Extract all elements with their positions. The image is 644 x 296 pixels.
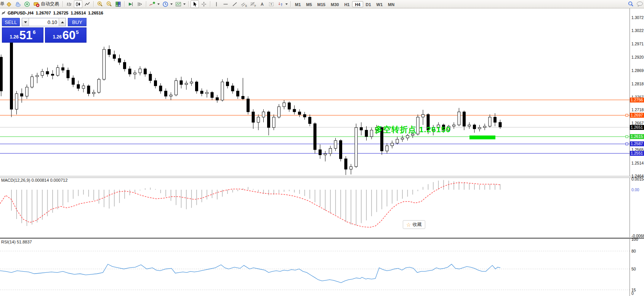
toolbar-separator [290,1,291,7]
new-chart-icon[interactable] [5,0,13,8]
lot-decrease-button[interactable] [22,18,29,26]
mt4-window: 单 自动交易 E F A T [0,0,644,296]
quote-open: 1.26707 [36,11,51,15]
axis-tick-label: 1.2718 [631,107,644,112]
periods-dropdown-arrow[interactable] [170,3,173,5]
new-order-label: 单 [0,1,4,6]
timeframe-h4-button[interactable]: H4 [352,1,363,7]
text-label-tool-icon[interactable]: T [267,0,276,8]
sell-price-prefix: 1.26 [10,34,18,40]
trendline-tool-icon[interactable] [231,0,239,8]
buy-button[interactable]: BUY [68,18,87,26]
templates-icon[interactable] [174,0,183,8]
price-tag: 1.2651 [630,125,644,130]
toolbar-separator [146,1,146,7]
autotrade-label: 自动交易 [41,1,59,7]
axis-tick-label: 80 [631,249,636,253]
axis-tick-label: 0.00 [631,187,639,192]
axis-tick-label: 1.2971 [631,42,644,46]
star-icon: ☆ [406,222,411,227]
timeframe-d1-button[interactable]: D1 [363,1,374,7]
rsi-chart[interactable] [0,238,630,296]
axis-tick-label: 1.2514 [631,161,644,165]
line-chart-icon[interactable] [83,0,91,8]
profiles-icon[interactable] [14,0,22,8]
lot-size-input[interactable] [29,18,59,26]
auto-scroll-icon[interactable] [127,0,135,8]
toolbar-separator [124,1,125,7]
svg-text:E: E [245,4,247,7]
timeframe-m1-button[interactable]: M1 [292,1,303,7]
price-chart[interactable] [0,8,630,176]
arrows-dropdown-arrow[interactable] [285,3,288,5]
timeframe-m5-button[interactable]: M5 [303,1,314,7]
timeframe-m30-button[interactable]: M30 [328,1,341,7]
price-tag: 1.2615 [630,134,644,139]
macd-panel-separator[interactable] [0,176,644,178]
timeframe-h1-button[interactable]: H1 [341,1,352,7]
toolbar-separator [62,1,63,7]
price-tag: 1.2587 [630,141,644,146]
signals-icon[interactable] [23,0,31,8]
quote-close: 1.26516 [88,11,103,15]
indicator-dropdown-arrow[interactable] [157,3,160,5]
buy-price-box[interactable]: 1.26 60 5 [45,27,87,43]
lot-size-stepper [22,18,66,26]
sell-button[interactable]: SELL [2,18,20,26]
timeframe-toolbar: M1 M5 M15 M30 H1 H4 D1 W1 MN [292,1,397,7]
chart-symbol-icon [2,11,5,15]
price-tag: 1.2551 [630,151,644,156]
bar-chart-icon[interactable] [65,0,73,8]
axis-tick-label: 1.2920 [631,55,644,59]
axis-tick-label: 1.3072 [631,15,644,20]
toolbar-separator [188,1,189,7]
equidistant-channel-tool-icon[interactable]: E [240,0,248,8]
candlestick-chart-icon[interactable] [74,0,82,8]
svg-text:F: F [255,4,256,7]
rsi-panel-separator[interactable] [0,237,644,239]
autotrade-button[interactable]: 自动交易 [32,0,61,8]
vertical-line-tool-icon[interactable] [212,0,221,8]
zoom-in-icon[interactable] [96,0,104,8]
favorite-button[interactable]: ☆ 收藏 [403,220,425,229]
axis-tick-label: 0 [631,291,634,296]
search-icon[interactable] [626,0,635,8]
fibonacci-tool-icon[interactable]: F [249,0,257,8]
sell-price-main: 51 [19,30,32,41]
cursor-icon[interactable] [191,0,199,8]
buy-price-prefix: 1.26 [53,34,61,40]
svg-text:T: T [271,3,272,6]
add-indicator-icon[interactable] [148,0,157,8]
sell-price-box[interactable]: 1.26 51 6 [2,27,43,43]
toolbar-separator [93,1,94,7]
chart-symbol-label: GBPUSD-,H4 [8,11,34,15]
timeframe-mn-button[interactable]: MN [385,1,397,7]
timeframe-m15-button[interactable]: M15 [315,1,328,7]
macd-chart[interactable] [0,177,630,237]
text-tool-icon[interactable]: A [258,0,266,8]
new-order-button[interactable]: 单 [0,1,4,7]
quote-high: 1.26725 [53,11,69,15]
community-chat-icon[interactable] [636,0,644,8]
chart-shift-icon[interactable] [136,0,144,8]
lot-increase-button[interactable] [59,18,66,26]
timeframe-w1-button[interactable]: W1 [374,1,386,7]
svg-text:A: A [261,2,264,6]
periods-icon[interactable] [161,0,170,8]
crosshair-icon[interactable] [200,0,208,8]
axis-tick-label: 50 [631,267,636,271]
templates-dropdown-arrow[interactable] [183,3,186,5]
arrows-tool-icon[interactable] [276,0,285,8]
caret-up-icon [61,21,64,23]
quote-low: 1.26514 [70,11,86,15]
one-click-trading-panel: SELL BUY 1.26 51 6 1.26 60 5 [2,18,87,43]
horizontal-line-tool-icon[interactable] [221,0,230,8]
chart-title: GBPUSD-,H4 1.26707 1.26725 1.26514 1.265… [2,11,103,15]
tile-windows-icon[interactable] [114,0,122,8]
sell-price-pip: 6 [33,29,35,35]
toolbar-separator [210,1,210,7]
zoom-out-icon[interactable] [105,0,113,8]
favorite-label: 收藏 [413,221,422,228]
main-toolbar: 单 自动交易 E F A T [0,0,644,8]
caret-down-icon [24,21,27,23]
